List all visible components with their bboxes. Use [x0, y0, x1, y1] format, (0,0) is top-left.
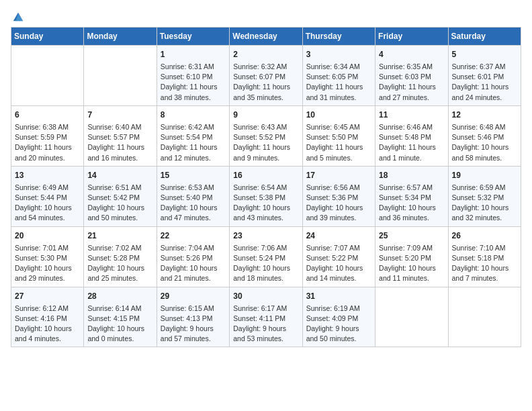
cell-info: Sunrise: 6:19 AMSunset: 4:09 PMDaylight:…: [306, 304, 371, 345]
cell-info: Sunrise: 6:46 AMSunset: 5:48 PMDaylight:…: [379, 122, 444, 163]
day-number: 26: [452, 230, 517, 242]
calendar-cell: [11, 46, 84, 106]
calendar-cell: [84, 46, 157, 106]
day-number: 25: [379, 230, 444, 242]
day-number: 29: [161, 290, 226, 302]
cell-info: Sunrise: 7:07 AMSunset: 5:22 PMDaylight:…: [306, 243, 371, 284]
cell-info: Sunrise: 6:31 AMSunset: 6:10 PMDaylight:…: [161, 62, 226, 103]
calendar-cell: 2Sunrise: 6:32 AMSunset: 6:07 PMDaylight…: [230, 46, 302, 106]
calendar-cell: [448, 287, 521, 347]
day-number: 9: [233, 109, 298, 121]
cell-info: Sunrise: 7:04 AMSunset: 5:26 PMDaylight:…: [161, 243, 226, 284]
calendar-cell: 20Sunrise: 7:01 AMSunset: 5:30 PMDayligh…: [11, 226, 84, 287]
calendar-cell: 26Sunrise: 7:10 AMSunset: 5:18 PMDayligh…: [448, 226, 521, 287]
day-number: 31: [306, 290, 371, 302]
cell-info: Sunrise: 6:59 AMSunset: 5:32 PMDaylight:…: [452, 183, 517, 224]
header-friday: Friday: [375, 28, 448, 46]
calendar-week-2: 6Sunrise: 6:38 AMSunset: 5:59 PMDaylight…: [11, 105, 521, 166]
cell-info: Sunrise: 6:48 AMSunset: 5:46 PMDaylight:…: [452, 122, 517, 163]
calendar-cell: 23Sunrise: 7:06 AMSunset: 5:24 PMDayligh…: [230, 226, 302, 287]
calendar-cell: 8Sunrise: 6:42 AMSunset: 5:54 PMDaylight…: [157, 105, 229, 166]
cell-info: Sunrise: 6:42 AMSunset: 5:54 PMDaylight:…: [161, 122, 226, 163]
day-number: 13: [15, 169, 80, 181]
day-number: 16: [233, 169, 298, 181]
cell-info: Sunrise: 6:51 AMSunset: 5:42 PMDaylight:…: [87, 183, 152, 224]
day-number: 1: [161, 48, 226, 60]
day-number: 23: [233, 230, 298, 242]
calendar-cell: 13Sunrise: 6:49 AMSunset: 5:44 PMDayligh…: [11, 166, 84, 226]
calendar-week-5: 27Sunrise: 6:12 AMSunset: 4:16 PMDayligh…: [11, 287, 521, 347]
cell-info: Sunrise: 6:49 AMSunset: 5:44 PMDaylight:…: [15, 183, 80, 224]
day-number: 2: [233, 48, 298, 60]
day-number: 30: [233, 290, 298, 302]
cell-info: Sunrise: 6:56 AMSunset: 5:36 PMDaylight:…: [306, 183, 371, 224]
cell-info: Sunrise: 6:37 AMSunset: 6:01 PMDaylight:…: [452, 62, 517, 103]
day-number: 20: [15, 230, 80, 242]
calendar-cell: 22Sunrise: 7:04 AMSunset: 5:26 PMDayligh…: [157, 226, 229, 287]
calendar-cell: 21Sunrise: 7:02 AMSunset: 5:28 PMDayligh…: [84, 226, 157, 287]
calendar-cell: 15Sunrise: 6:53 AMSunset: 5:40 PMDayligh…: [157, 166, 229, 226]
cell-info: Sunrise: 7:09 AMSunset: 5:20 PMDaylight:…: [379, 243, 444, 284]
cell-info: Sunrise: 6:17 AMSunset: 4:11 PMDaylight:…: [233, 304, 298, 345]
calendar-header-row: SundayMondayTuesdayWednesdayThursdayFrid…: [11, 28, 521, 46]
cell-info: Sunrise: 7:02 AMSunset: 5:28 PMDaylight:…: [87, 243, 152, 284]
day-number: 19: [452, 169, 517, 181]
cell-info: Sunrise: 6:38 AMSunset: 5:59 PMDaylight:…: [15, 122, 80, 163]
calendar-week-1: 1Sunrise: 6:31 AMSunset: 6:10 PMDaylight…: [11, 46, 521, 106]
day-number: 4: [379, 48, 444, 60]
calendar-cell: 30Sunrise: 6:17 AMSunset: 4:11 PMDayligh…: [230, 287, 302, 347]
day-number: 10: [306, 109, 371, 121]
cell-info: Sunrise: 7:01 AMSunset: 5:30 PMDaylight:…: [15, 243, 80, 284]
day-number: 15: [161, 169, 226, 181]
header-sunday: Sunday: [11, 28, 84, 46]
day-number: 24: [306, 230, 371, 242]
day-number: 8: [161, 109, 226, 121]
day-number: 17: [306, 169, 371, 181]
cell-info: Sunrise: 6:35 AMSunset: 6:03 PMDaylight:…: [379, 62, 444, 103]
day-number: 18: [379, 169, 444, 181]
calendar-cell: 25Sunrise: 7:09 AMSunset: 5:20 PMDayligh…: [375, 226, 448, 287]
header-monday: Monday: [84, 28, 157, 46]
calendar-table: SundayMondayTuesdayWednesdayThursdayFrid…: [11, 27, 521, 347]
calendar-cell: 27Sunrise: 6:12 AMSunset: 4:16 PMDayligh…: [11, 287, 84, 347]
cell-info: Sunrise: 7:10 AMSunset: 5:18 PMDaylight:…: [452, 243, 517, 284]
day-number: 22: [161, 230, 226, 242]
header-thursday: Thursday: [302, 28, 375, 46]
logo-icon: [12, 11, 24, 23]
cell-info: Sunrise: 7:06 AMSunset: 5:24 PMDaylight:…: [233, 243, 298, 284]
page-header: [11, 11, 521, 20]
cell-info: Sunrise: 6:14 AMSunset: 4:15 PMDaylight:…: [87, 304, 152, 345]
cell-info: Sunrise: 6:43 AMSunset: 5:52 PMDaylight:…: [233, 122, 298, 163]
calendar-cell: 28Sunrise: 6:14 AMSunset: 4:15 PMDayligh…: [84, 287, 157, 347]
calendar-cell: 5Sunrise: 6:37 AMSunset: 6:01 PMDaylight…: [448, 46, 521, 106]
cell-info: Sunrise: 6:40 AMSunset: 5:57 PMDaylight:…: [87, 122, 152, 163]
day-number: 6: [15, 109, 80, 121]
calendar-cell: 4Sunrise: 6:35 AMSunset: 6:03 PMDaylight…: [375, 46, 448, 106]
cell-info: Sunrise: 6:45 AMSunset: 5:50 PMDaylight:…: [306, 122, 371, 163]
calendar-week-4: 20Sunrise: 7:01 AMSunset: 5:30 PMDayligh…: [11, 226, 521, 287]
day-number: 5: [452, 48, 517, 60]
logo: [11, 11, 24, 20]
cell-info: Sunrise: 6:34 AMSunset: 6:05 PMDaylight:…: [306, 62, 371, 103]
day-number: 3: [306, 48, 371, 60]
calendar-week-3: 13Sunrise: 6:49 AMSunset: 5:44 PMDayligh…: [11, 166, 521, 226]
day-number: 28: [87, 290, 152, 302]
cell-info: Sunrise: 6:15 AMSunset: 4:13 PMDaylight:…: [161, 304, 226, 345]
cell-info: Sunrise: 6:57 AMSunset: 5:34 PMDaylight:…: [379, 183, 444, 224]
header-saturday: Saturday: [448, 28, 521, 46]
calendar-cell: [375, 287, 448, 347]
calendar-cell: 7Sunrise: 6:40 AMSunset: 5:57 PMDaylight…: [84, 105, 157, 166]
calendar-cell: 10Sunrise: 6:45 AMSunset: 5:50 PMDayligh…: [302, 105, 375, 166]
cell-info: Sunrise: 6:32 AMSunset: 6:07 PMDaylight:…: [233, 62, 298, 103]
cell-info: Sunrise: 6:12 AMSunset: 4:16 PMDaylight:…: [15, 304, 80, 345]
calendar-cell: 11Sunrise: 6:46 AMSunset: 5:48 PMDayligh…: [375, 105, 448, 166]
day-number: 27: [15, 290, 80, 302]
calendar-cell: 24Sunrise: 7:07 AMSunset: 5:22 PMDayligh…: [302, 226, 375, 287]
day-number: 7: [87, 109, 152, 121]
cell-info: Sunrise: 6:53 AMSunset: 5:40 PMDaylight:…: [161, 183, 226, 224]
calendar-cell: 16Sunrise: 6:54 AMSunset: 5:38 PMDayligh…: [230, 166, 302, 226]
calendar-cell: 6Sunrise: 6:38 AMSunset: 5:59 PMDaylight…: [11, 105, 84, 166]
day-number: 21: [87, 230, 152, 242]
calendar-cell: 14Sunrise: 6:51 AMSunset: 5:42 PMDayligh…: [84, 166, 157, 226]
day-number: 11: [379, 109, 444, 121]
